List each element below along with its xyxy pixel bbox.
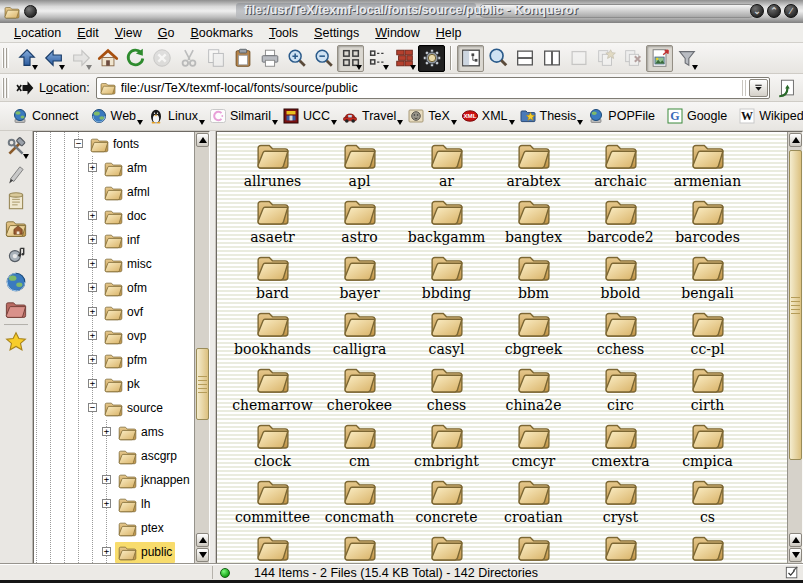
back-button[interactable] [40,45,67,72]
split-vertical-button[interactable] [538,45,565,72]
sidebar-tab-bookmark-star[interactable] [2,328,30,355]
expand-expander-icon[interactable]: + [102,475,111,484]
folder-ar[interactable]: ar [403,138,490,194]
folder-concrete[interactable]: concrete [403,474,490,530]
print-button[interactable] [256,45,283,72]
sidebar-tree-button[interactable] [457,45,484,72]
folder-bengali[interactable]: bengali [664,250,751,306]
folder-cmpica[interactable]: cmpica [664,418,751,474]
menu-view[interactable]: View [107,24,150,42]
folder-icon-view[interactable]: allrunes apl ar arabtex archaic armenian… [216,131,803,564]
folder-croatian[interactable]: croatian [490,474,577,530]
folder-bangtex[interactable]: bangtex [490,194,577,250]
folder-bayer[interactable]: bayer [316,250,403,306]
dropdown-arrow-icon[interactable] [356,65,362,70]
folder-clock[interactable]: clock [229,418,316,474]
folder-partial[interactable] [229,530,316,563]
folder-armenian[interactable]: armenian [664,138,751,194]
bookmark-thesis[interactable]: Thesis [514,106,583,126]
home-button[interactable] [94,45,121,72]
dropdown-arrow-icon[interactable] [692,65,698,70]
folder-bbding[interactable]: bbding [403,250,490,306]
icon-view-button[interactable] [337,45,364,72]
expand-expander-icon[interactable]: + [102,427,111,436]
folder-cryst[interactable]: cryst [577,474,664,530]
folder-china2e[interactable]: china2e [490,362,577,418]
scrollbar-thumb[interactable] [196,348,209,420]
folder-circ[interactable]: circ [577,362,664,418]
folder-barcodes[interactable]: barcodes [664,194,751,250]
bookmark-popfile[interactable]: POPFile [582,106,661,126]
folder-arabtex[interactable]: arabtex [490,138,577,194]
sidebar-tab-home-folder[interactable] [2,214,30,241]
tree-item-ptex[interactable]: ptex [34,516,194,540]
bookmark-tex[interactable]: TeX [402,106,456,126]
bookmark-linux[interactable]: Linux [142,106,204,126]
menu-help[interactable]: Help [428,24,470,42]
folder-calligra[interactable]: calligra [316,306,403,362]
tree-item-source[interactable]: − source [34,396,194,420]
folder-bookhands[interactable]: bookhands [229,306,316,362]
folder-cchess[interactable]: cchess [577,306,664,362]
folder-cm[interactable]: cm [316,418,403,474]
bookmark-silmaril[interactable]: Silmaril [204,106,277,126]
folder-cbgreek[interactable]: cbgreek [490,306,577,362]
dropdown-arrow-icon[interactable] [383,65,389,70]
location-combobox[interactable] [96,77,770,99]
expand-expander-icon[interactable]: + [88,211,97,220]
gear-button[interactable] [418,45,445,72]
scroll-down-button[interactable] [789,548,802,562]
tree-item-ovf[interactable]: + ovf [34,300,194,324]
bookmark-ucc[interactable]: UCC [277,106,336,126]
folder-apl[interactable]: apl [316,138,403,194]
sidebar-tab-history[interactable] [2,187,30,214]
sidebar-tab-network[interactable] [2,268,30,295]
toolbar-grip[interactable] [2,78,9,98]
tree-item-afm[interactable]: + afm [34,156,194,180]
scroll-down-button[interactable] [196,548,209,562]
reload-button[interactable] [121,45,148,72]
folder-committee[interactable]: committee [229,474,316,530]
tree-item-pfm[interactable]: + pfm [34,348,194,372]
filter-button[interactable] [673,45,700,72]
expand-expander-icon[interactable]: + [88,307,97,316]
bookmark-wikipedia[interactable]: WWikipedia [733,106,803,126]
dropdown-arrow-icon[interactable] [59,65,65,70]
expand-expander-icon[interactable]: + [88,379,97,388]
collapse-expander-icon[interactable]: − [88,403,97,412]
folder-archaic[interactable]: archaic [577,138,664,194]
expand-expander-icon[interactable]: + [88,331,97,340]
menu-bookmarks[interactable]: Bookmarks [182,24,261,42]
sidebar-tab-configure[interactable] [2,133,30,160]
clear-location-button[interactable] [13,76,37,100]
bookmark-travel[interactable]: Travel [336,106,402,126]
tree-item-ams[interactable]: + ams [34,420,194,444]
go-button[interactable] [774,75,800,101]
folder-cmbright[interactable]: cmbright [403,418,490,474]
list-view-button[interactable] [364,45,391,72]
menu-settings[interactable]: Settings [306,24,367,42]
menu-location[interactable]: Location [6,24,69,42]
scroll-up-button[interactable] [196,133,209,147]
dropdown-arrow-icon[interactable] [86,65,92,70]
sidebar-tab-services[interactable] [2,241,30,268]
collapse-expander-icon[interactable]: − [74,139,83,148]
bookmark-google[interactable]: GGoogle [661,106,733,126]
scrollbar-thumb[interactable] [789,150,802,460]
folder-partial[interactable] [490,530,577,563]
paste-button[interactable] [229,45,256,72]
view-scrollbar[interactable] [787,132,802,563]
folder-partial[interactable] [403,530,490,563]
link-view-checkbox-icon[interactable] [785,566,799,580]
bookmark-connect[interactable]: Connect [6,106,85,126]
folder-partial[interactable] [316,530,403,563]
folder-partial[interactable] [577,530,664,563]
toolbar-grip[interactable] [2,48,9,68]
tree-item-lh[interactable]: + lh [34,492,194,516]
image-preview-button[interactable] [646,45,673,72]
folder-cc-pl[interactable]: cc-pl [664,306,751,362]
menu-window[interactable]: Window [367,24,427,42]
folder-backgamm[interactable]: backgamm [403,194,490,250]
folder-casyl[interactable]: casyl [403,306,490,362]
folder-chess[interactable]: chess [403,362,490,418]
